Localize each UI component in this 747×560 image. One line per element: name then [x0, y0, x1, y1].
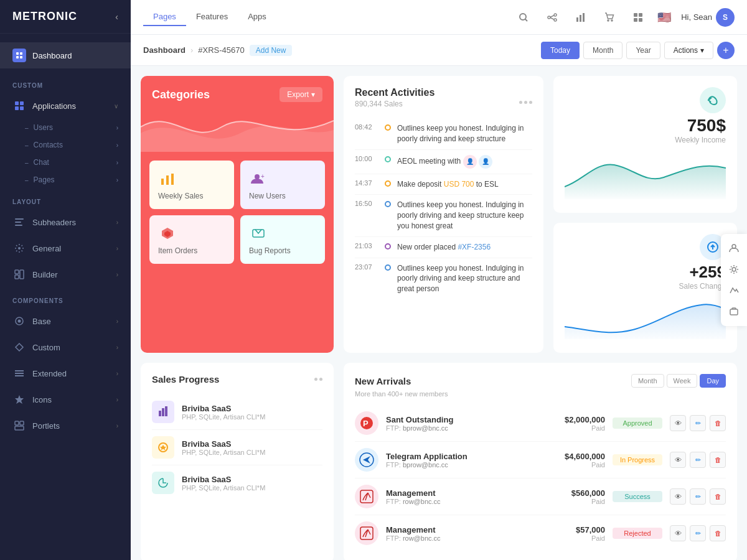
activity-dot-6 — [385, 264, 391, 271]
sidebar-item-builder[interactable]: Builder › — [0, 261, 131, 287]
content-area: Categories Export ▾ — [131, 66, 747, 560]
categories-title: Categories — [152, 88, 210, 101]
sidebar-item-extended[interactable]: Extended › — [0, 360, 131, 386]
right-icon-3[interactable] — [725, 281, 743, 300]
na-action-edit-2[interactable]: ✏ — [690, 452, 706, 468]
na-action-view-3[interactable]: 👁 — [670, 488, 686, 505]
chart-icon-button[interactable] — [571, 8, 590, 27]
sales-progress-title: Sales Progress — [152, 374, 219, 385]
menu-dot-1 — [519, 101, 522, 104]
sidebar-item-applications[interactable]: Applications ∨ — [0, 93, 131, 119]
svg-point-69 — [732, 268, 736, 271]
month-button[interactable]: Month — [583, 42, 622, 59]
actions-button[interactable]: Actions ▾ — [664, 42, 713, 59]
menu-dot-3 — [529, 101, 532, 104]
topnav-right-area: 🇺🇸 Hi, Sean S — [514, 8, 735, 27]
add-icon-button[interactable]: + — [717, 42, 735, 59]
category-weekly-sales[interactable]: Weekly Sales — [149, 161, 234, 209]
sidebar-sub-pages[interactable]: – Pages › — [25, 171, 131, 189]
na-action-view-2[interactable]: 👁 — [670, 452, 686, 468]
na-icon-3 — [355, 485, 378, 508]
na-row-1: P Sant Outstanding FTP: bprow@bnc.cc $2,… — [355, 405, 726, 442]
sidebar-item-custom[interactable]: Custom › — [0, 334, 131, 360]
add-new-button[interactable]: Add New — [250, 45, 293, 56]
sidebar-sub-chat[interactable]: – Chat › — [25, 154, 131, 171]
nav-tab-features[interactable]: Features — [186, 8, 238, 26]
na-action-edit-1[interactable]: ✏ — [690, 415, 706, 431]
svg-rect-6 — [15, 106, 19, 110]
sidebar-item-dashboard[interactable]: Dashboard — [0, 42, 131, 68]
nav-tab-apps[interactable]: Apps — [238, 8, 276, 26]
sidebar-sub-users[interactable]: – Users › — [25, 119, 131, 136]
na-tab-month[interactable]: Month — [631, 374, 664, 388]
na-action-edit-4[interactable]: ✏ — [690, 525, 706, 541]
menu-dot-2 — [524, 101, 527, 104]
na-action-view-4[interactable]: 👁 — [670, 525, 686, 541]
sales-progress-menu — [314, 378, 322, 381]
applications-submenu: – Users › – Contacts › – Chat › – Pages … — [0, 119, 131, 189]
sidebar-sub-contacts[interactable]: – Contacts › — [25, 136, 131, 154]
recent-activities-card: Recent Activities 890,344 Sales 08:42 Ou… — [344, 76, 543, 353]
na-tab-week[interactable]: Week — [667, 374, 698, 388]
export-button[interactable]: Export ▾ — [280, 87, 322, 102]
sidebar-logo-area: METRONIC ‹ — [0, 0, 131, 34]
sales-progress-card: Sales Progress Briviba SaaS PHP, SQLite,… — [141, 363, 334, 560]
category-item-orders[interactable]: Item Orders — [149, 215, 234, 264]
na-action-delete-2[interactable]: 🗑 — [710, 452, 726, 468]
na-action-delete-3[interactable]: 🗑 — [710, 488, 726, 505]
na-row-2: Telegram Application FTP: bprow@bnc.cc $… — [355, 442, 726, 478]
cart-icon-button[interactable] — [600, 8, 619, 27]
category-new-users[interactable]: + New Users — [240, 161, 325, 209]
app-logo: METRONIC — [12, 10, 77, 23]
sidebar-item-general[interactable]: General › — [0, 235, 131, 261]
sidebar-item-icons[interactable]: Icons › — [0, 386, 131, 413]
svg-rect-32 — [580, 15, 581, 22]
na-row-4: Management FTP: row@bnc.cc $57,000 Paid … — [355, 515, 726, 551]
na-action-delete-4[interactable]: 🗑 — [710, 525, 726, 541]
sidebar-item-subheaders[interactable]: Subheaders › — [0, 209, 131, 235]
na-actions-1: 👁 ✏ 🗑 — [670, 415, 726, 431]
nav-tabs: Pages Features Apps — [143, 8, 276, 26]
user-menu[interactable]: Hi, Sean S — [681, 8, 735, 27]
applications-chevron: ∨ — [114, 103, 118, 110]
nav-tab-pages[interactable]: Pages — [143, 8, 186, 26]
today-button[interactable]: Today — [541, 42, 580, 59]
grid-icon-button[interactable] — [629, 8, 647, 27]
svg-rect-5 — [20, 101, 24, 105]
activity-dot-2 — [385, 156, 391, 162]
new-arrivals-tabs: Month Week Day — [631, 374, 726, 388]
svg-rect-14 — [15, 275, 19, 279]
na-action-view-1[interactable]: 👁 — [670, 415, 686, 431]
search-icon-button[interactable] — [514, 8, 533, 27]
sp-item-1: Briviba SaaS PHP, SQLite, Artisan CLI*M — [152, 394, 322, 430]
right-icon-1[interactable] — [725, 239, 743, 258]
activity-dot-3 — [385, 180, 391, 187]
sidebar-item-portlets[interactable]: Portlets › — [0, 413, 131, 439]
dashboard-label: Dashboard — [32, 51, 72, 60]
connect-icon-button[interactable] — [543, 8, 561, 27]
na-tab-day[interactable]: Day — [700, 374, 726, 388]
extended-icon — [12, 366, 26, 380]
sidebar-item-base[interactable]: Base › — [0, 308, 131, 334]
na-badge-1: Approved — [613, 418, 662, 429]
svg-rect-41 — [166, 175, 169, 185]
na-action-delete-1[interactable]: 🗑 — [710, 415, 726, 431]
right-icon-4[interactable] — [725, 302, 743, 321]
right-panel: 750$ Weekly Income — [553, 76, 737, 353]
na-icon-2 — [355, 448, 378, 472]
svg-marker-20 — [15, 395, 24, 404]
na-badge-2: In Progress — [613, 454, 662, 465]
category-bug-reports[interactable]: Bug Reports — [240, 215, 325, 264]
main-area: Pages Features Apps 🇺🇸 Hi, Sean — [131, 0, 747, 560]
na-action-edit-3[interactable]: ✏ — [690, 488, 706, 505]
svg-rect-22 — [20, 421, 24, 425]
svg-point-16 — [18, 320, 21, 323]
right-icon-2[interactable] — [725, 260, 743, 279]
svg-rect-0 — [16, 52, 19, 55]
sp-logo-2 — [152, 436, 174, 459]
section-label-layout: LAYOUT — [0, 189, 131, 209]
sidebar-collapse-button[interactable]: ‹ — [115, 12, 118, 22]
year-button[interactable]: Year — [626, 42, 660, 59]
language-flag[interactable]: 🇺🇸 — [657, 11, 671, 24]
na-amount-4: $57,000 Paid — [549, 525, 605, 542]
